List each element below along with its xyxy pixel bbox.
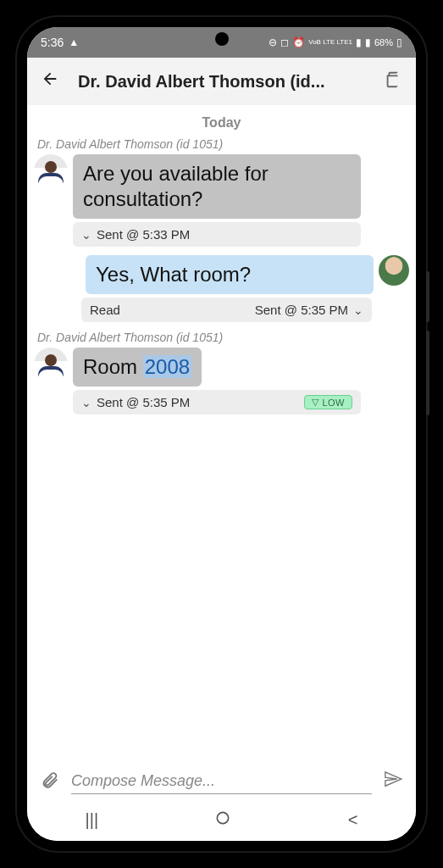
date-separator: Today <box>34 115 409 131</box>
message-meta[interactable]: Read Sent @ 5:35 PM ⌄ <box>81 298 372 322</box>
message-bubble[interactable]: Yes, What room? <box>86 255 374 294</box>
back-button[interactable] <box>34 63 66 100</box>
screen: 5:36 ▲ ⊖ ◻ ⏰ VoB LTE LTE1 ▮ ▮ 68% ▯ Dr. … <box>27 27 416 841</box>
sender-label: Dr. David Albert Thomson (id 1051) <box>37 331 409 344</box>
signal-icon-2: ▮ <box>365 36 371 48</box>
message-bubble[interactable]: Room 2008 <box>73 348 202 387</box>
home-circle-icon <box>214 810 231 826</box>
compose-input[interactable] <box>71 772 372 790</box>
battery-percent: 68% <box>374 37 393 47</box>
chevron-down-icon: ⌄ <box>353 303 363 317</box>
message-row: Are you available for consultation? <box>34 154 409 219</box>
attach-button[interactable] <box>37 766 63 797</box>
compose-bar <box>27 760 416 802</box>
chat-scroll[interactable]: Today Dr. David Albert Thomson (id 1051)… <box>27 105 416 760</box>
network-labels: VoB LTE LTE1 <box>308 39 352 46</box>
read-status: Read <box>90 303 120 317</box>
recent-apps-button[interactable]: ||| <box>65 804 119 837</box>
message-row: Room 2008 <box>34 348 409 387</box>
sent-time: Sent @ 5:33 PM <box>97 227 190 242</box>
chevron-down-icon: ⌄ <box>81 228 91 242</box>
message-row: Yes, What room? <box>34 255 409 294</box>
message-meta[interactable]: ⌄ Sent @ 5:33 PM <box>73 222 361 247</box>
signal-icon-1: ▮ <box>356 36 362 48</box>
back-nav-button[interactable]: < <box>328 804 379 837</box>
svg-point-0 <box>218 812 229 823</box>
camera-notch <box>215 32 229 46</box>
avatar[interactable] <box>34 154 68 188</box>
send-icon <box>384 770 402 788</box>
message-bubble[interactable]: Are you available for consultation? <box>73 154 361 219</box>
battery-icon: ▯ <box>396 36 402 48</box>
clipboard-icon <box>384 70 402 89</box>
message-highlight: 2008 <box>143 355 191 378</box>
warning-icon: ▲ <box>69 36 79 48</box>
alarm-icon: ⏰ <box>292 36 305 48</box>
side-button-2 <box>426 331 429 415</box>
priority-label: LOW <box>322 398 345 408</box>
status-time: 5:36 <box>41 36 64 49</box>
sent-time: Sent @ 5:35 PM <box>255 303 348 317</box>
sender-label: Dr. David Albert Thomson (id 1051) <box>37 137 409 151</box>
avatar[interactable] <box>34 348 68 381</box>
chevron-down-icon: ⌄ <box>81 396 91 409</box>
home-button[interactable] <box>194 803 252 837</box>
arrow-left-icon <box>41 70 59 88</box>
avatar[interactable] <box>379 255 409 286</box>
copy-chat-button[interactable] <box>377 64 409 99</box>
page-title: Dr. David Albert Thomson (id... <box>78 72 365 92</box>
sent-time: Sent @ 5:35 PM <box>97 395 190 409</box>
message-text-prefix: Room <box>83 355 143 378</box>
side-button-1 <box>426 271 429 322</box>
send-button[interactable] <box>380 766 406 797</box>
phone-frame: 5:36 ▲ ⊖ ◻ ⏰ VoB LTE LTE1 ▮ ▮ 68% ▯ Dr. … <box>17 17 426 851</box>
message-meta[interactable]: ⌄ Sent @ 5:35 PM ▽ LOW <box>73 390 361 415</box>
paperclip-icon <box>41 770 59 788</box>
priority-badge: ▽ LOW <box>304 395 352 409</box>
vpn-icon: ⊖ <box>269 36 277 48</box>
priority-down-icon: ▽ <box>312 397 319 408</box>
app-header: Dr. David Albert Thomson (id... <box>27 58 416 105</box>
system-nav-bar: ||| < <box>27 802 416 841</box>
nfc-icon: ◻ <box>280 36 289 48</box>
compose-input-wrap <box>71 769 372 794</box>
